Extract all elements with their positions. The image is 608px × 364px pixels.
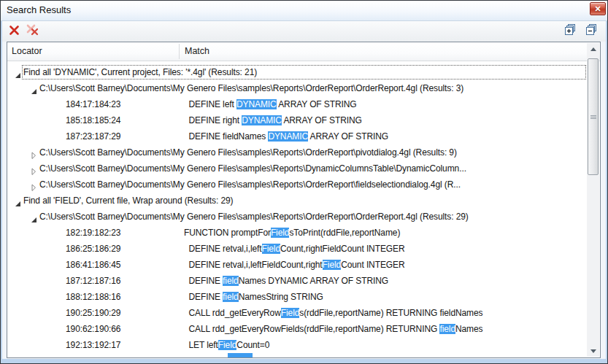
- match-text: CALL rdd_getEveryRowFields(rddFile,repor…: [184, 321, 482, 337]
- collapse-all-icon: [585, 24, 598, 39]
- scroll-down-button[interactable]: [587, 345, 599, 357]
- match-highlight: Field: [281, 308, 300, 318]
- thumb-grip-icon: [590, 115, 596, 119]
- match-fragment: ARRAY OF STRING: [282, 115, 362, 125]
- file-path-label: C:\Users\Scott Barney\Documents\My Gener…: [39, 144, 457, 160]
- match-fragment: DEFINE fieldNames: [184, 131, 268, 142]
- expand-all-icon: [564, 24, 577, 39]
- match-row[interactable]: 186:25:186:29 DEFINE retval,i,leftFieldC…: [8, 241, 587, 257]
- partial-match-highlight: [228, 353, 253, 357]
- match-row[interactable]: 192:13:192:17 LET leftFieldCount=0: [8, 337, 587, 353]
- match-locator: 186:41:186:45: [66, 257, 120, 273]
- match-fragment: DEFINE right: [184, 115, 242, 125]
- match-highlight: Field: [262, 244, 281, 254]
- match-highlight: DYNAMIC: [236, 99, 277, 109]
- file-result-row[interactable]: C:\Users\Scott Barney\Documents\My Gener…: [8, 177, 587, 193]
- match-highlight: field: [223, 276, 239, 286]
- expand-all-button[interactable]: [561, 23, 579, 39]
- scroll-up-button[interactable]: [587, 43, 599, 55]
- file-path-label: C:\Users\Scott Barney\Documents\My Gener…: [39, 80, 463, 96]
- match-locator: 187:23:187:29: [66, 128, 120, 144]
- match-locator: 184:17:184:23: [66, 96, 120, 112]
- match-fragment: CALL rdd_getEveryRow: [184, 308, 281, 318]
- match-row[interactable]: 188:12:188:16 DEFINE fieldNamesString ST…: [8, 289, 587, 305]
- match-highlight: Field: [323, 260, 342, 270]
- match-text: LET leftFieldCount=0: [184, 337, 269, 353]
- match-row[interactable]: 184:17:184:23 DEFINE left DYNAMIC ARRAY …: [8, 96, 587, 112]
- match-fragment: ARRAY OF STRING: [277, 99, 357, 109]
- match-locator: 192:13:192:17: [66, 337, 120, 353]
- client-area: Locator Match Find all 'DYNAMIC', Curren…: [2, 21, 606, 359]
- search-results-window: Search Results ✕: [0, 0, 608, 364]
- match-text: DEFINE right DYNAMIC ARRAY OF STRING: [184, 112, 362, 128]
- match-fragment: DEFINE: [184, 292, 223, 302]
- match-text: DEFINE fieldNames DYNAMIC ARRAY OF STRIN…: [184, 128, 388, 144]
- match-locator: 187:12:187:16: [66, 273, 120, 289]
- search-session-label: Find all 'DYNAMIC', Current project, Fil…: [23, 64, 257, 80]
- match-row[interactable]: 186:41:186:45 DEFINE retval,i,leftFieldC…: [8, 257, 587, 273]
- match-column-header[interactable]: Match: [185, 46, 209, 56]
- collapse-arrow-icon[interactable]: [14, 197, 22, 205]
- file-result-row[interactable]: C:\Users\Scott Barney\Documents\My Gener…: [8, 209, 587, 225]
- match-row[interactable]: 190:62:190:66 CALL rdd_getEveryRowFields…: [8, 321, 587, 337]
- close-button[interactable]: ✕: [590, 2, 606, 15]
- title-bar[interactable]: Search Results ✕: [1, 1, 607, 21]
- match-highlight: Field: [218, 340, 237, 350]
- remove-search-button[interactable]: [5, 23, 23, 39]
- match-fragment: ARRAY OF STRING: [308, 131, 388, 142]
- match-locator: 182:19:182:23: [66, 225, 120, 241]
- column-divider[interactable]: [179, 44, 180, 59]
- match-row[interactable]: 187:12:187:16 DEFINE fieldNames DYNAMIC …: [8, 273, 587, 289]
- window-title: Search Results: [7, 4, 71, 15]
- red-x-icon: [9, 25, 20, 39]
- search-session-label: Find all 'FIELD', Current file, Wrap aro…: [23, 193, 233, 209]
- match-locator: 190:25:190:29: [66, 305, 120, 321]
- match-highlight: Field: [271, 228, 290, 238]
- match-highlight: field: [439, 324, 455, 334]
- search-session-row[interactable]: Find all 'DYNAMIC', Current project, Fil…: [8, 64, 587, 80]
- match-row[interactable]: 190:25:190:29 CALL rdd_getEveryRowFields…: [8, 305, 587, 321]
- match-fragment: Count,rightFieldCount INTEGER: [280, 244, 405, 254]
- match-fragment: NamesString STRING: [239, 292, 323, 302]
- match-text: FUNCTION promptForFieldsToPrint(rddFile,…: [184, 225, 400, 241]
- file-result-row[interactable]: C:\Users\Scott Barney\Documents\My Gener…: [8, 144, 587, 160]
- collapse-all-button[interactable]: [582, 23, 600, 39]
- collapse-arrow-icon[interactable]: [30, 85, 38, 93]
- file-path-label: C:\Users\Scott Barney\Documents\My Gener…: [39, 209, 469, 225]
- match-fragment: CALL rdd_getEveryRowFields(rddFile,repor…: [184, 324, 439, 334]
- expand-arrow-icon[interactable]: [30, 181, 38, 189]
- locator-column-header[interactable]: Locator: [12, 46, 42, 56]
- remove-all-searches-button[interactable]: [24, 23, 42, 39]
- file-result-row[interactable]: C:\Users\Scott Barney\Documents\My Gener…: [8, 80, 587, 96]
- match-text: DEFINE fieldNamesString STRING: [184, 289, 323, 305]
- match-fragment: Names DYNAMIC ARRAY OF STRING: [239, 276, 388, 286]
- file-result-row[interactable]: C:\Users\Scott Barney\Documents\My Gener…: [8, 160, 587, 177]
- scrollbar-thumb[interactable]: [588, 58, 599, 175]
- match-fragment: Count INTEGER: [341, 260, 404, 270]
- match-highlight: DYNAMIC: [242, 115, 282, 125]
- match-text: DEFINE fieldNames DYNAMIC ARRAY OF STRIN…: [184, 273, 388, 289]
- vertical-scrollbar[interactable]: [587, 43, 599, 357]
- match-locator: 186:25:186:29: [66, 241, 120, 257]
- search-session-row[interactable]: Find all 'FIELD', Current file, Wrap aro…: [8, 193, 587, 209]
- match-fragment: Count=0: [236, 340, 269, 350]
- match-locator: 190:62:190:66: [66, 321, 120, 337]
- match-row[interactable]: 187:23:187:29 DEFINE fieldNames DYNAMIC …: [8, 128, 587, 144]
- match-row[interactable]: 185:18:185:24 DEFINE right DYNAMIC ARRAY…: [8, 112, 587, 128]
- collapse-arrow-icon[interactable]: [14, 69, 22, 77]
- match-text: DEFINE left DYNAMIC ARRAY OF STRING: [184, 96, 357, 112]
- match-fragment: DEFINE: [184, 276, 223, 286]
- results-panel: Locator Match Find all 'DYNAMIC', Curren…: [7, 42, 601, 358]
- expand-arrow-icon[interactable]: [30, 165, 38, 173]
- match-fragment: sToPrint(rddFile,reportName): [289, 228, 400, 238]
- match-text: DEFINE retval,i,leftFieldCount,rightFiel…: [184, 241, 405, 257]
- match-row[interactable]: 182:19:182:23FUNCTION promptForFieldsToP…: [8, 225, 587, 241]
- column-header[interactable]: Locator Match: [7, 42, 600, 61]
- collapse-arrow-icon[interactable]: [30, 213, 38, 221]
- match-fragment: s(rddFile,reportName) RETURNING fieldNam…: [299, 308, 482, 318]
- results-viewport: Find all 'DYNAMIC', Current project, Fil…: [7, 62, 600, 357]
- up-arrow-icon: [590, 47, 596, 51]
- file-path-label: C:\Users\Scott Barney\Documents\My Gener…: [39, 160, 466, 177]
- expand-arrow-icon[interactable]: [30, 149, 38, 157]
- down-arrow-icon: [590, 349, 596, 353]
